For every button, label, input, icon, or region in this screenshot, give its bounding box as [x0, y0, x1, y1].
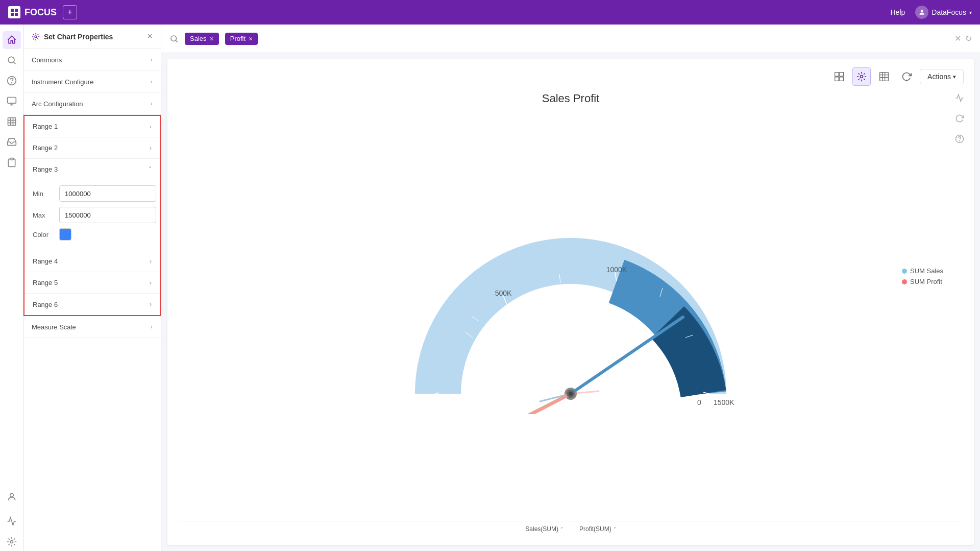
axis-profit-sum[interactable]: Profit(SUM) ˅: [579, 525, 616, 533]
section-instrument-configure: Instrument Configure ›: [23, 71, 161, 93]
profit-tag-label: Profit: [230, 35, 246, 42]
range4-toggle[interactable]: Range 4 ›: [24, 251, 160, 272]
layout-view-button[interactable]: [830, 67, 848, 86]
range3-toggle[interactable]: Range 3 ˅: [24, 159, 160, 180]
axis-profit-label: Profit(SUM): [579, 525, 611, 533]
range2-toggle[interactable]: Range 2 ›: [24, 137, 160, 159]
chart-title: Sales Profit: [178, 92, 964, 105]
sidebar-item-question[interactable]: [3, 71, 21, 90]
profit-tag-close[interactable]: ×: [249, 35, 253, 43]
layout: Set Chart Properties × Commons › Instrum…: [0, 25, 980, 551]
svg-point-8: [11, 83, 12, 83]
gauge-container: 0 500K 1000K 1500K: [178, 113, 964, 521]
user-avatar: [915, 6, 928, 19]
axis-sales-label: Sales(SUM): [525, 525, 558, 533]
range5-label: Range 5: [33, 279, 58, 286]
sidebar-item-monitor[interactable]: [3, 92, 21, 110]
svg-point-5: [8, 57, 14, 63]
search-bar: Sales × Profit × ✕ ↻: [161, 25, 980, 53]
settings-button[interactable]: [852, 67, 871, 86]
axis-sales-sum[interactable]: Sales(SUM) ˅: [525, 525, 563, 533]
sidebar-item-table[interactable]: [3, 112, 21, 131]
range1-chevron: ›: [150, 123, 152, 130]
axis-sales-chevron: ˅: [560, 526, 563, 532]
label-500k: 500K: [495, 289, 512, 297]
sidebar-item-user[interactable]: [3, 492, 21, 510]
color-row: Color: [33, 228, 152, 241]
svg-point-19: [10, 541, 13, 543]
range5-toggle[interactable]: Range 5 ›: [24, 272, 160, 294]
sidebar-item-clipboard[interactable]: [3, 153, 21, 172]
sidebar-item-home[interactable]: [3, 31, 21, 49]
line-chart-button[interactable]: [951, 90, 968, 106]
help-link[interactable]: Help: [891, 8, 905, 16]
search-bar-right: ✕ ↻: [954, 34, 972, 43]
logo: FOCUS: [8, 6, 57, 18]
instrument-configure-label: Instrument Configure: [32, 78, 93, 86]
logo-icon: [8, 6, 20, 18]
sales-tag[interactable]: Sales ×: [185, 33, 219, 45]
topbar-right: Help DataFocus ▾: [891, 6, 972, 19]
svg-rect-23: [835, 73, 839, 77]
actions-menu[interactable]: Actions ▾: [920, 69, 964, 84]
measure-scale-label: Measure Scale: [32, 323, 76, 331]
svg-point-18: [10, 493, 13, 497]
section-commons: Commons ›: [23, 49, 161, 71]
svg-rect-24: [840, 73, 844, 77]
commons-label: Commons: [32, 56, 62, 64]
grid-view-button[interactable]: [875, 67, 893, 86]
svg-point-27: [861, 76, 863, 78]
sync-button[interactable]: [897, 67, 916, 86]
svg-point-4: [921, 10, 923, 12]
props-body: Commons › Instrument Configure › Arc Con…: [23, 49, 161, 551]
search-clear-button[interactable]: ✕: [954, 34, 961, 43]
commons-toggle[interactable]: Commons ›: [23, 49, 161, 70]
range3-label: Range 3: [33, 165, 58, 173]
chart-footer: Sales(SUM) ˅ Profit(SUM) ˅: [178, 521, 964, 537]
color-picker[interactable]: [59, 228, 71, 241]
svg-point-20: [35, 36, 37, 38]
profit-tag[interactable]: Profit ×: [225, 33, 258, 45]
logo-text: FOCUS: [24, 7, 57, 18]
max-row: Max: [33, 207, 152, 223]
sidebar-item-settings[interactable]: [3, 533, 21, 551]
sales-tag-close[interactable]: ×: [210, 35, 214, 43]
measure-scale-chevron: ›: [151, 323, 153, 330]
sidebar-item-chart[interactable]: [3, 512, 21, 531]
search-button[interactable]: [169, 34, 179, 43]
arc-configuration-toggle[interactable]: Arc Configuration ›: [23, 93, 161, 114]
min-row: Min: [33, 185, 152, 202]
range1-label: Range 1: [33, 123, 58, 130]
chart-legend: SUM Sales SUM Profit: [902, 267, 943, 285]
user-menu[interactable]: DataFocus ▾: [915, 6, 972, 19]
user-name: DataFocus: [932, 8, 966, 16]
svg-rect-1: [15, 9, 18, 12]
user-chevron: ▾: [969, 10, 972, 15]
max-input[interactable]: [59, 207, 156, 223]
axis-profit-chevron: ˅: [614, 526, 616, 532]
legend-profit: SUM Profit: [902, 278, 943, 285]
range4-label: Range 4: [33, 257, 58, 265]
sidebar-item-inbox[interactable]: [3, 133, 21, 151]
gauge-arc-dark: [668, 322, 703, 394]
color-label: Color: [33, 231, 53, 238]
svg-rect-12: [8, 118, 15, 126]
svg-rect-3: [15, 13, 18, 16]
props-close-button[interactable]: ×: [147, 31, 153, 42]
sidebar-item-search[interactable]: [3, 51, 21, 69]
range-group: Range 1 › Range 2 › Range 3 ˅ Mi: [23, 115, 161, 316]
main-content: Sales × Profit × ✕ ↻: [161, 25, 980, 551]
add-tab-button[interactable]: +: [63, 5, 77, 19]
svg-rect-9: [7, 98, 16, 104]
range1-toggle[interactable]: Range 1 ›: [24, 116, 160, 137]
instrument-configure-toggle[interactable]: Instrument Configure ›: [23, 71, 161, 92]
measure-scale-toggle[interactable]: Measure Scale ›: [23, 316, 161, 338]
range4-chevron: ›: [150, 258, 152, 265]
legend-profit-dot: [902, 279, 907, 284]
range6-toggle[interactable]: Range 6 ›: [24, 294, 160, 315]
search-refresh-button[interactable]: ↻: [965, 34, 972, 43]
range3-fields: Min Max Color: [24, 180, 160, 251]
svg-point-21: [171, 36, 177, 41]
svg-rect-0: [11, 9, 14, 12]
min-input[interactable]: [59, 185, 156, 202]
